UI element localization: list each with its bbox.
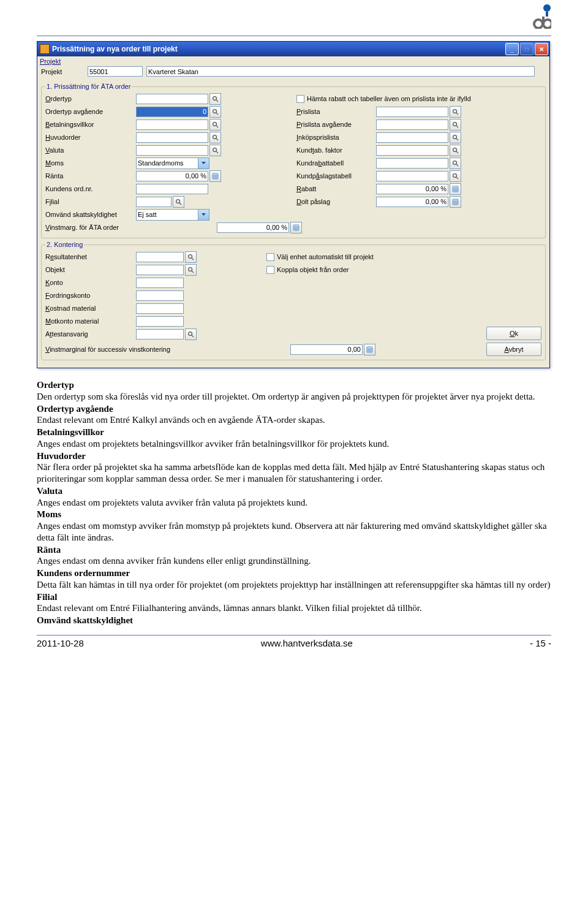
- svg-point-8: [213, 135, 217, 138]
- valuta-lookup[interactable]: [209, 145, 221, 156]
- inkopsprislista-lookup[interactable]: [450, 132, 461, 143]
- svg-point-24: [453, 148, 457, 151]
- lbl-koppla-objekt: Koppla objekt från order: [277, 266, 349, 273]
- h-kundens: Kundens ordernummer: [37, 567, 551, 579]
- attestansvarig-field[interactable]: [136, 329, 184, 339]
- h-ordertyp-avg: Ordertyp avgående: [37, 403, 551, 415]
- betalningsvillkor-lookup[interactable]: [209, 119, 221, 131]
- project-id-field[interactable]: [88, 66, 143, 77]
- kostnad-material-field[interactable]: [136, 303, 184, 314]
- omvand-value[interactable]: [137, 210, 198, 220]
- chk-hamta-rabatt[interactable]: [296, 95, 304, 103]
- menu-projekt[interactable]: Projekt: [40, 58, 61, 65]
- chk-valj-enhet[interactable]: [266, 253, 274, 261]
- ordertyp-lookup[interactable]: [209, 93, 221, 105]
- kundrabattabell-field[interactable]: [376, 158, 448, 169]
- ranta-calc-button[interactable]: [209, 170, 221, 182]
- prislista-lookup[interactable]: [450, 106, 461, 118]
- betalningsvillkor-field[interactable]: [136, 119, 208, 130]
- prislista-avg-lookup[interactable]: [450, 119, 461, 131]
- p-kundens: Detta fält kan hämtas in till nya order …: [37, 579, 551, 591]
- omvand-combo[interactable]: [136, 209, 209, 221]
- prislista-field[interactable]: [376, 107, 448, 117]
- kundtab-field[interactable]: [376, 145, 448, 156]
- ranta-field[interactable]: [136, 171, 208, 181]
- lbl-hamta-rabatt: Hämta rabatt och tabeller även om prisli…: [307, 95, 471, 102]
- dolt-paslag-field[interactable]: [376, 197, 448, 207]
- vinstmarg-calc-button[interactable]: [290, 222, 302, 233]
- resultatenhet-lookup[interactable]: [185, 251, 197, 263]
- rabatt-calc-button[interactable]: [450, 183, 461, 195]
- inkopsprislista-field[interactable]: [376, 132, 448, 143]
- lbl-valj-enhet: Välj enhet automatiskt till projekt: [277, 253, 374, 260]
- ordertyp-avg-field[interactable]: [136, 107, 208, 117]
- filial-field[interactable]: [136, 197, 172, 207]
- svg-point-44: [189, 267, 192, 271]
- kundens-ord-field[interactable]: [136, 184, 208, 194]
- close-button[interactable]: ✕: [535, 43, 548, 55]
- svg-line-7: [216, 125, 218, 127]
- vinstmarginal-field[interactable]: [290, 344, 363, 355]
- ordertyp-field[interactable]: [136, 94, 208, 104]
- huvudorder-lookup[interactable]: [209, 132, 221, 143]
- chevron-down-icon[interactable]: [198, 158, 209, 169]
- logo-ob: [533, 3, 551, 30]
- huvudorder-field[interactable]: [136, 132, 208, 143]
- lbl-objekt: Objekt: [45, 266, 136, 273]
- objekt-lookup[interactable]: [185, 264, 197, 276]
- ordertyp-avg-lookup[interactable]: [209, 106, 221, 118]
- chk-koppla-objekt[interactable]: [266, 266, 274, 274]
- lbl-kundrabattabell: Kundrabattabell: [296, 159, 376, 167]
- group-pricing: 1. Prissättning för ÄTA order Ordertyp O…: [41, 83, 546, 238]
- window-title: Prissättning av nya order till projekt: [52, 45, 504, 53]
- svg-point-4: [213, 109, 217, 113]
- dolt-paslag-calc-button[interactable]: [450, 196, 461, 208]
- lbl-vinstmarginal: Vinstmarginal för successiv vinstkonteri…: [45, 346, 290, 353]
- vinstmarginal-calc-button[interactable]: [364, 344, 375, 355]
- svg-line-23: [456, 138, 458, 140]
- attestansvarig-lookup[interactable]: [185, 328, 197, 340]
- lbl-kostnad-material: Kostnad material: [45, 305, 136, 312]
- footer-url: www.hantverksdata.se: [261, 638, 353, 648]
- lbl-konto: Konto: [45, 279, 136, 286]
- p-ordertyp-avg: Endast relevant om Entré Kalkyl används …: [37, 414, 551, 426]
- avbryt-button[interactable]: Avbryt: [486, 343, 541, 356]
- valuta-field[interactable]: [136, 145, 208, 156]
- svg-point-22: [453, 135, 457, 138]
- titlebar[interactable]: Prissättning av nya order till projekt _…: [37, 42, 549, 56]
- kundrabattabell-lookup[interactable]: [450, 157, 461, 169]
- vinstmarg-field[interactable]: [217, 222, 289, 233]
- lbl-ordertyp-avg: Ordertyp avgående: [45, 108, 136, 115]
- minimize-button[interactable]: _: [505, 43, 519, 55]
- svg-line-25: [456, 151, 458, 153]
- project-row: Projekt: [37, 65, 549, 79]
- svg-point-26: [453, 161, 457, 164]
- objekt-field[interactable]: [136, 265, 184, 275]
- moms-value[interactable]: [137, 158, 198, 169]
- kundpaslagstabell-lookup[interactable]: [450, 170, 461, 182]
- kundpaslagstabell-field[interactable]: [376, 171, 448, 181]
- page-footer: 2011-10-28 www.hantverksdata.se - 15 -: [37, 635, 551, 648]
- lbl-resultatenhet: Resultatenhet: [45, 253, 136, 260]
- h-valuta: Valuta: [37, 485, 551, 497]
- p-valuta: Anges endast om projektets valuta avvike…: [37, 497, 551, 509]
- prislista-avg-field[interactable]: [376, 119, 448, 130]
- lbl-fordringskonto: Fordringskonto: [45, 292, 136, 299]
- filial-lookup[interactable]: [173, 196, 184, 208]
- footer-page: - 15 -: [530, 638, 551, 648]
- svg-point-16: [176, 199, 180, 203]
- konto-field[interactable]: [136, 278, 184, 288]
- svg-line-9: [216, 138, 218, 140]
- chevron-down-icon[interactable]: [198, 210, 209, 220]
- resultatenhet-field[interactable]: [136, 252, 184, 262]
- motkonto-material-field[interactable]: [136, 316, 184, 327]
- rabatt-field[interactable]: [376, 184, 448, 194]
- project-name-field[interactable]: [146, 66, 535, 77]
- moms-combo[interactable]: [136, 157, 209, 169]
- kundtab-lookup[interactable]: [450, 145, 461, 156]
- maximize-button: □: [520, 43, 533, 55]
- svg-point-42: [189, 254, 192, 258]
- ok-button[interactable]: Ok: [486, 327, 541, 340]
- fordringskonto-field[interactable]: [136, 290, 184, 301]
- project-label: Projekt: [41, 68, 84, 75]
